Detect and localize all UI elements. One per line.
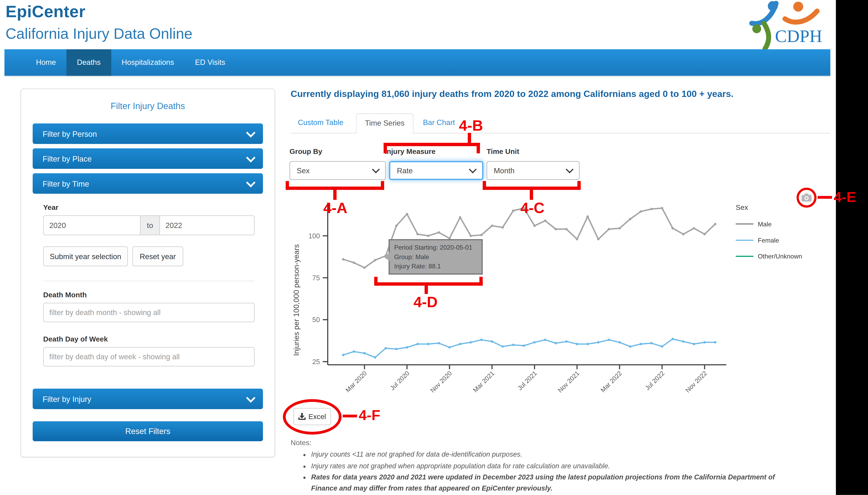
legend-item-female[interactable]: Female — [736, 232, 833, 248]
accordion-filter-by-person[interactable]: Filter by Person — [33, 123, 263, 144]
data-point-male — [587, 215, 589, 218]
time-unit-select[interactable]: Month — [486, 161, 579, 180]
chevron-down-icon — [246, 393, 256, 403]
accordion-filter-by-time[interactable]: Filter by Time — [33, 173, 263, 194]
app-title: EpiCenter — [5, 2, 85, 21]
data-point-female — [565, 340, 568, 343]
data-point-male — [650, 208, 653, 210]
x-tick-label: Mar 2022 — [599, 370, 623, 394]
death-dow-label: Death Day of Week — [43, 335, 108, 343]
annotation-4c-label: 4-C — [520, 201, 544, 216]
filter-panel-title: Filter Injury Deaths — [21, 101, 275, 111]
annotation-4a-label: 4-A — [323, 201, 347, 216]
x-tick-label: Jul 2020 — [388, 370, 411, 392]
data-point-female — [448, 346, 451, 348]
data-point-male — [363, 267, 366, 269]
data-point-female — [470, 341, 472, 343]
nav-item-hospitalizations[interactable]: Hospitalizations — [111, 49, 185, 76]
submit-year-button[interactable]: Submit year selection — [43, 246, 128, 267]
data-point-male — [480, 234, 483, 236]
legend-label-other-unknown: Other/Unknown — [758, 253, 802, 259]
tab-time-series[interactable]: Time Series — [356, 114, 414, 134]
annotation-4c-stem — [530, 190, 533, 200]
chevron-down-icon — [566, 166, 574, 173]
x-tick-label: Mar 2020 — [344, 370, 368, 394]
annotation-4b-stem — [468, 133, 471, 143]
x-tick-label: Nov 2020 — [429, 370, 453, 394]
tooltip-notch — [384, 253, 390, 261]
data-point-male — [533, 225, 536, 227]
status-heading: Currently displaying 81,060 injury death… — [291, 89, 828, 99]
time-unit-value: Month — [494, 166, 515, 175]
accordion-filter-by-injury[interactable]: Filter by Injury — [33, 389, 263, 409]
data-point-male — [704, 233, 706, 235]
data-point-male — [544, 220, 546, 222]
group-by-value: Sex — [297, 166, 310, 175]
data-point-male — [640, 210, 642, 213]
death-dow-input[interactable] — [43, 347, 255, 366]
data-point-female — [661, 345, 663, 348]
y-axis-title: Injuries per 100,000 person-years — [292, 244, 300, 356]
tab-bar-chart[interactable]: Bar Chart — [423, 119, 455, 127]
tooltip-group: Group: Male — [394, 253, 477, 262]
annotation-4f-line — [343, 415, 357, 417]
data-point-female — [384, 347, 387, 349]
nav-item-home[interactable]: Home — [25, 49, 67, 76]
group-by-select[interactable]: Sex — [290, 161, 386, 180]
data-point-female — [576, 343, 578, 345]
nav-item-ed-visits[interactable]: ED Visits — [185, 49, 236, 76]
data-point-female — [672, 338, 674, 340]
nav-item-deaths[interactable]: Deaths — [67, 49, 111, 76]
data-point-female — [555, 342, 557, 344]
annotation-4e-circle — [797, 188, 816, 208]
data-point-female — [597, 341, 600, 343]
annotation-4d-bracket — [374, 277, 483, 286]
data-point-male — [406, 213, 408, 215]
data-point-male — [629, 218, 631, 220]
accordion-label: Filter by Person — [42, 129, 97, 138]
data-point-male — [555, 228, 557, 230]
data-point-male — [438, 231, 440, 234]
screenshot-black-strip — [836, 0, 868, 495]
data-point-female — [619, 341, 621, 343]
annotation-4b-label: 4-B — [459, 119, 483, 134]
data-point-female — [682, 340, 684, 343]
logo-green-swoosh — [764, 23, 769, 49]
note-item: Injury counts <11 are not graphed for da… — [311, 449, 790, 460]
year-to-input[interactable] — [159, 215, 255, 235]
reset-filters-button[interactable]: Reset Filters — [33, 421, 263, 441]
legend-item-other-unknown[interactable]: Other/Unknown — [736, 248, 833, 264]
data-point-female — [704, 341, 706, 343]
data-point-male — [491, 225, 493, 227]
annotation-4d-label: 4-D — [414, 295, 438, 310]
y-tick-label: 75 — [312, 274, 320, 282]
data-point-male — [714, 223, 716, 225]
legend-label-female: Female — [758, 237, 779, 243]
data-point-female — [587, 343, 589, 345]
legend-item-male[interactable]: Male — [736, 216, 833, 232]
injury-measure-select[interactable]: Rate — [389, 161, 483, 180]
logo-green-head — [752, 24, 761, 33]
year-from-input[interactable] — [43, 215, 141, 235]
data-point-female — [640, 343, 642, 345]
annotation-4a-stem — [333, 190, 336, 200]
notes-list: Injury counts <11 are not graphed for da… — [300, 449, 790, 494]
y-tick-label: 25 — [312, 358, 320, 365]
x-tick-label: Jul 2021 — [516, 370, 538, 392]
legend-title: Sex — [736, 203, 833, 211]
tab-custom-table[interactable]: Custom Table — [298, 119, 344, 127]
death-month-input[interactable] — [43, 303, 255, 322]
logo-orange-swoosh — [785, 11, 817, 22]
data-point-male — [672, 227, 674, 229]
chart-tooltip: Period Starting: 2020-05-01 Group: Male … — [388, 239, 483, 274]
accordion-filter-by-place[interactable]: Filter by Place — [33, 149, 263, 169]
death-month-label: Death Month — [43, 291, 87, 299]
data-point-female — [629, 345, 631, 348]
data-point-male — [395, 225, 398, 227]
data-point-male — [576, 238, 578, 240]
data-point-male — [693, 227, 695, 229]
reset-year-button[interactable]: Reset year — [132, 246, 183, 267]
data-point-female — [438, 342, 440, 344]
year-to-addon: to — [140, 215, 160, 235]
accordion-label: Filter by Injury — [42, 394, 91, 403]
